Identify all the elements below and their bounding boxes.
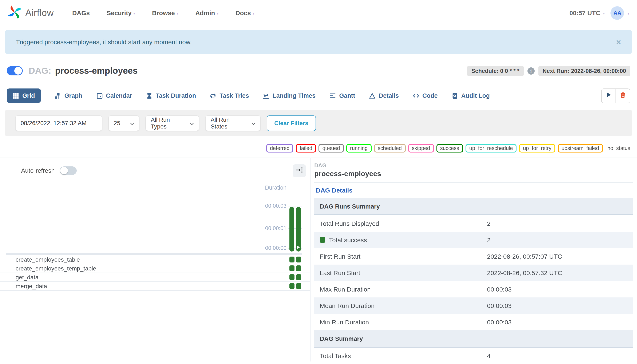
- task-instance-success[interactable]: [296, 266, 301, 271]
- table-row: Last Run Start 2022-08-26, 00:57:32 UTC: [314, 264, 633, 281]
- task-name[interactable]: get_data: [16, 274, 38, 280]
- run-states-select[interactable]: All Run States: [205, 115, 261, 131]
- dag-title: process-employees: [55, 66, 138, 76]
- alert-message: Triggered process-employees, it should s…: [16, 38, 192, 46]
- tab-calendar[interactable]: Calendar: [96, 88, 132, 103]
- toggle-knob: [60, 167, 68, 174]
- panel-kicker: DAG: [314, 162, 633, 168]
- task-instance-success[interactable]: [296, 283, 301, 289]
- task-list: create_employees_table create_employees_…: [0, 255, 310, 291]
- play-icon: [606, 92, 612, 100]
- dag-run-bar-1[interactable]: [290, 207, 294, 252]
- menu-security[interactable]: Security▾: [106, 9, 135, 16]
- tab-details[interactable]: Details: [369, 88, 399, 103]
- arrow-to-list-icon: [296, 166, 303, 175]
- legend-success: success: [436, 144, 463, 152]
- menu-dags[interactable]: DAGs: [72, 9, 90, 16]
- legend-scheduled: scheduled: [374, 144, 406, 152]
- dag-header: DAG: process-employees Schedule: 0 0 * *…: [0, 63, 637, 78]
- grid-panel: Auto-refresh Duration 00:00:03 00:00:01 …: [0, 158, 310, 362]
- top-navbar: Airflow DAGs Security▾ Browse▾ Admin▾ Do…: [0, 0, 637, 26]
- task-row[interactable]: create_employees_table: [0, 255, 310, 264]
- clear-filters-button[interactable]: Clear Filters: [267, 115, 316, 131]
- auto-refresh-toggle[interactable]: [60, 166, 77, 175]
- info-icon[interactable]: i: [528, 67, 534, 74]
- calendar-icon: [96, 92, 102, 99]
- main-content: Auto-refresh Duration 00:00:03 00:00:01 …: [0, 158, 637, 362]
- task-name[interactable]: merge_data: [16, 283, 47, 290]
- task-row[interactable]: create_employees_temp_table: [0, 264, 310, 273]
- dag-run-bar-2[interactable]: [296, 207, 301, 252]
- task-row[interactable]: get_data: [0, 273, 310, 282]
- table-section-header: DAG Summary: [314, 330, 633, 348]
- tab-graph[interactable]: Graph: [55, 88, 82, 103]
- airflow-logo[interactable]: Airflow: [8, 5, 54, 21]
- chevron-down-icon: [130, 120, 134, 126]
- collapse-details-button[interactable]: [293, 164, 306, 177]
- plane-landing-icon: [263, 92, 269, 99]
- trigger-dag-button[interactable]: [602, 89, 616, 102]
- legend-running: running: [346, 144, 371, 152]
- chevron-down-icon: ▾: [252, 11, 254, 16]
- menu-admin[interactable]: Admin▾: [195, 9, 218, 16]
- chevron-down-icon: [252, 120, 255, 126]
- duration-axis-title: Duration: [0, 184, 286, 191]
- task-instance-success[interactable]: [290, 256, 294, 262]
- num-runs-select[interactable]: 25: [108, 115, 140, 131]
- dag-actions: [601, 88, 630, 103]
- table-row: Total success 2: [314, 232, 633, 248]
- tab-grid[interactable]: Grid: [7, 88, 41, 103]
- dag-details-link[interactable]: DAG Details: [316, 187, 352, 194]
- tab-audit-log[interactable]: Audit Log: [452, 88, 490, 103]
- legend-deferred: deferred: [266, 144, 294, 152]
- file-search-icon: [452, 92, 458, 99]
- legend-up-for-retry: up_for_retry: [519, 144, 555, 152]
- task-name[interactable]: create_employees_temp_table: [16, 265, 96, 272]
- table-row: Mean Run Duration 00:00:03: [314, 298, 633, 314]
- schedule-badge: Schedule: 0 0 * * *: [467, 66, 524, 76]
- dag-details-table: DAG Runs Summary Total Runs Displayed 2 …: [314, 198, 633, 364]
- table-row: Total Runs Displayed 2: [314, 215, 633, 232]
- menu-browse[interactable]: Browse▾: [152, 9, 178, 16]
- duration-tick: 00:00:03: [0, 203, 286, 209]
- legend-no-status: no_status: [608, 145, 630, 151]
- tab-task-tries[interactable]: Task Tries: [210, 88, 249, 103]
- timezone-selector[interactable]: 00:57 UTC▾: [570, 9, 605, 16]
- task-instance-success[interactable]: [290, 283, 294, 289]
- filter-bar: 08/26/2022, 12:57:32 AM 25 All Run Types…: [5, 110, 632, 136]
- hourglass-icon: [146, 92, 152, 99]
- run-types-select[interactable]: All Run Types: [145, 115, 199, 131]
- sitemap-icon: [55, 92, 61, 99]
- airflow-app: Airflow DAGs Security▾ Browse▾ Admin▾ Do…: [0, 0, 637, 364]
- navbar-right: 00:57 UTC▾ AA ▾: [570, 6, 630, 20]
- panel-dag-title: process-employees: [314, 170, 633, 178]
- tab-code[interactable]: Code: [413, 88, 438, 103]
- task-instance-success[interactable]: [290, 274, 294, 280]
- gridline: [288, 206, 302, 206]
- tab-gantt[interactable]: Gantt: [330, 88, 355, 103]
- user-menu[interactable]: AA ▾: [611, 6, 630, 20]
- close-icon[interactable]: ×: [616, 38, 621, 46]
- tab-landing-times[interactable]: Landing Times: [263, 88, 316, 103]
- chevron-down-icon: ▾: [603, 11, 605, 16]
- trash-icon: [620, 92, 626, 100]
- menu-docs[interactable]: Docs▾: [236, 9, 254, 16]
- task-instance-success[interactable]: [296, 274, 301, 280]
- base-date-input[interactable]: 08/26/2022, 12:57:32 AM: [15, 115, 102, 131]
- avatar: AA: [611, 6, 624, 20]
- details-panel: DAG process-employees DAG Details DAG Ru…: [310, 158, 637, 362]
- duration-tick: 00:00:00: [0, 245, 286, 251]
- dag-pause-toggle[interactable]: [7, 66, 23, 76]
- pinwheel-logo-icon: [8, 5, 22, 21]
- task-instance-success[interactable]: [296, 256, 301, 262]
- task-instance-success[interactable]: [290, 266, 294, 271]
- task-name[interactable]: create_employees_table: [16, 256, 80, 263]
- chevron-down-icon: ▾: [628, 11, 630, 16]
- task-row[interactable]: merge_data: [0, 282, 310, 291]
- auto-refresh-row: Auto-refresh: [21, 166, 77, 175]
- legend-up-for-reschedule: up_for_reschedule: [466, 144, 517, 152]
- view-tabs: Grid Graph Calendar Task Duration Task T…: [7, 88, 490, 103]
- tab-task-duration[interactable]: Task Duration: [146, 88, 196, 103]
- delete-dag-button[interactable]: [616, 89, 630, 102]
- align-left-icon: [330, 92, 336, 99]
